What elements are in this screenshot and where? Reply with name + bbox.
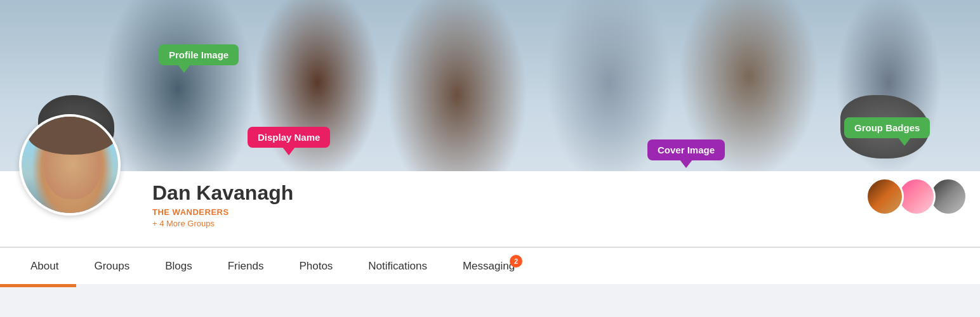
nav-item-friends[interactable]: Friends [210,249,282,284]
nav-item-notifications[interactable]: Notifications [350,249,445,284]
messaging-badge: 2 [510,255,522,268]
nav-item-messaging[interactable]: Messaging 2 [445,249,533,284]
nav-bar: About Groups Blogs Friends Photos Notifi… [0,247,980,284]
badges-area [872,178,967,216]
nav-item-photos[interactable]: Photos [281,249,350,284]
cover-image-bg [0,0,980,171]
avatar[interactable] [19,114,121,216]
avatar-image [22,117,118,213]
profile-name: Dan Kavanagh [152,181,961,205]
group-primary: THE WANDERERS [152,207,961,217]
nav-item-about[interactable]: About [13,249,76,284]
profile-section: Dan Kavanagh THE WANDERERS + 4 More Grou… [0,171,980,247]
bottom-bar [0,284,76,287]
profile-info: Dan Kavanagh THE WANDERERS + 4 More Grou… [19,171,961,228]
badge-circle-1[interactable] [866,178,904,216]
nav-item-groups[interactable]: Groups [76,249,147,284]
group-more-link[interactable]: + 4 More Groups [152,219,961,228]
nav-item-blogs[interactable]: Blogs [147,249,210,284]
cover-section: Profile Image Display Name Cover Image G… [0,0,980,171]
